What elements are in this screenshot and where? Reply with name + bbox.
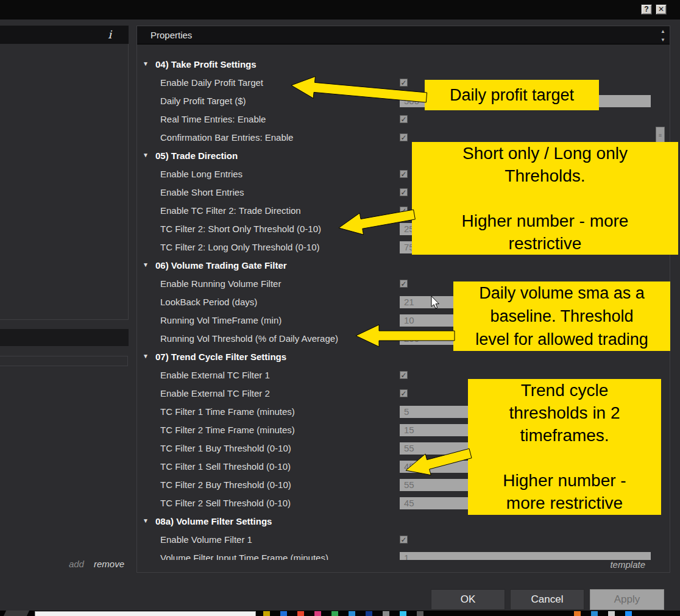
properties-title: Properties	[151, 30, 192, 40]
taskbar-icon-3[interactable]	[297, 611, 304, 616]
checkbox[interactable]: ✓	[400, 188, 408, 196]
scroll-down-icon[interactable]: ▼	[658, 36, 668, 44]
property-label: TC Filter 2: Long Only Threshold (0-10)	[160, 242, 320, 252]
checkbox[interactable]: ✓	[400, 115, 408, 123]
callout-daily-profit-target: Daily profit target	[425, 80, 599, 110]
property-label: Volume Filter Input Time Frame (minutes)	[160, 553, 328, 560]
callout-trend-cycle-thresholds: Trend cycle thresholds in 2 timeframes. …	[468, 379, 661, 515]
property-label: 07) Trend Cycle Filter Settings	[155, 352, 286, 362]
taskbar-icon-11[interactable]	[574, 611, 581, 616]
property-label: TC Filter 2: Short Only Threshold (0-10)	[160, 224, 321, 234]
left-panel-header: i	[0, 26, 129, 44]
checkbox[interactable]: ✓	[400, 280, 408, 288]
collapse-triangle-icon[interactable]: ▼	[143, 353, 149, 359]
taskbar-icon-7[interactable]	[366, 611, 372, 616]
taskbar-icon-5[interactable]	[331, 611, 338, 616]
property-label: TC Filter 2 Time Frame (minutes)	[160, 425, 295, 435]
property-row[interactable]: Volume Filter Input Time Frame (minutes)…	[137, 549, 656, 560]
close-button[interactable]: ✕	[656, 4, 667, 15]
properties-header: Properties ▲ ▼	[137, 26, 670, 44]
taskbar-icons-right	[574, 611, 632, 616]
taskbar-icon-8[interactable]	[383, 611, 389, 616]
collapse-triangle-icon[interactable]: ▼	[143, 517, 149, 524]
property-label: Enable Volume Filter 1	[160, 534, 252, 545]
property-label: Enable External TC Filter 2	[160, 388, 270, 398]
scroll-up-icon[interactable]: ▲	[658, 27, 668, 35]
taskbar-icon-14[interactable]	[625, 611, 632, 616]
collapse-triangle-icon[interactable]: ▼	[143, 152, 149, 158]
left-panel-divider	[0, 329, 129, 346]
property-group-row[interactable]: ▼08a) Volume Filter Settings	[137, 512, 656, 531]
callout-short-long-thresholds: Short only / Long only Threholds. Higher…	[412, 142, 678, 255]
property-group-row[interactable]: ▼04) Take Profit Settings	[137, 55, 656, 74]
apply-button[interactable]: Apply	[590, 589, 664, 610]
taskbar-icon-10[interactable]	[417, 611, 423, 616]
property-label: TC Filter 2 Sell Threshold (0-10)	[160, 498, 291, 508]
taskbar-search-box[interactable]	[35, 611, 256, 616]
left-panel-footer: addremove	[0, 559, 124, 569]
checkbox[interactable]: ✓	[400, 79, 408, 87]
taskbar-icon-13[interactable]	[608, 611, 615, 616]
taskbar-icon-2[interactable]	[280, 611, 287, 616]
property-label: Enable Long Entries	[160, 169, 243, 179]
property-label: TC Filter 1 Sell Threshold (0-10)	[160, 461, 291, 472]
property-label: Daily Profit Target ($)	[160, 96, 246, 106]
checkbox[interactable]: ✓	[400, 170, 408, 178]
checkbox[interactable]: ✓	[400, 207, 408, 214]
left-panel-subpanel	[0, 356, 128, 366]
property-label: Enable Daily Profit Target	[160, 77, 263, 88]
taskbar-icon-6[interactable]	[349, 611, 355, 616]
taskbar-icons-left	[263, 611, 423, 616]
property-label: Confirmation Bar Entries: Enable	[160, 132, 293, 143]
start-button-icon[interactable]	[4, 611, 29, 616]
cancel-button[interactable]: Cancel	[510, 589, 584, 610]
checkbox[interactable]: ✓	[400, 389, 408, 397]
collapse-triangle-icon[interactable]: ▼	[143, 60, 149, 67]
property-label: TC Filter 1 Buy Threshold (0-10)	[160, 443, 291, 453]
strategy-properties-dialog: ? ✕ i addremove Properties ▲ ▼ ▼04) Take…	[0, 0, 680, 616]
scroll-arrow-buttons: ▲ ▼	[658, 27, 668, 44]
property-row[interactable]: Enable Volume Filter 1✓	[137, 531, 656, 549]
ok-button[interactable]: OK	[431, 589, 505, 610]
template-link[interactable]: template	[610, 559, 645, 570]
property-label: Running Vol Threshold (% of Daily Averag…	[160, 333, 338, 344]
checkbox[interactable]: ✓	[400, 133, 408, 141]
checkbox[interactable]: ✓	[400, 371, 408, 379]
callout-daily-volume-sma: Daily volume sma as a baseline. Threshol…	[453, 281, 670, 351]
collapse-triangle-icon[interactable]: ▼	[143, 261, 149, 268]
property-label: Enable Short Entries	[160, 187, 244, 197]
taskbar-icon-4[interactable]	[314, 611, 321, 616]
property-label: 05) Trade Direction	[155, 150, 238, 161]
add-link[interactable]: add	[69, 559, 84, 569]
title-bar: ? ✕	[0, 0, 680, 19]
taskbar-icon-12[interactable]	[591, 611, 598, 616]
windows-taskbar[interactable]	[0, 611, 680, 616]
property-label: TC Filter 1 Time Frame (minutes)	[160, 406, 295, 417]
property-label: TC Filter 2 Buy Threshold (0-10)	[160, 480, 291, 490]
property-label: Real Time Entries: Enable	[160, 114, 266, 124]
property-label: 04) Take Profit Settings	[155, 59, 257, 69]
checkbox[interactable]: ✓	[400, 536, 408, 543]
taskbar-icon-1[interactable]	[263, 611, 270, 616]
left-panel-list[interactable]	[0, 44, 129, 320]
property-label: 06) Volume Trading Gate Filter	[155, 260, 287, 271]
help-button[interactable]: ?	[641, 4, 652, 15]
property-label: LookBack Period (days)	[160, 297, 257, 307]
property-group-row[interactable]: ▼06) Volume Trading Gate Filter	[137, 257, 656, 275]
property-label: Running Vol TimeFrame (min)	[160, 315, 282, 325]
property-row[interactable]: Real Time Entries: Enable✓	[137, 110, 656, 129]
taskbar-icon-9[interactable]	[400, 611, 406, 616]
info-icon: i	[108, 28, 112, 41]
property-label: Enable TC Filter 2: Trade Direction	[160, 205, 301, 216]
property-label: Enable Running Volume Filter	[160, 278, 281, 289]
property-label: Enable External TC Filter 1	[160, 370, 270, 380]
remove-link[interactable]: remove	[94, 559, 124, 569]
property-label: 08a) Volume Filter Settings	[155, 516, 272, 526]
